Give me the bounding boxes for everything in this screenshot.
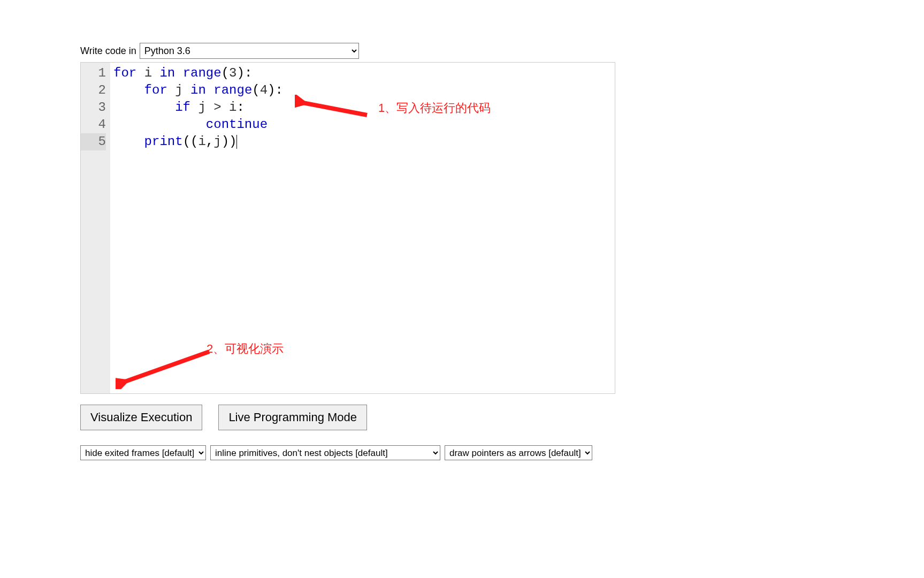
visualize-execution-button[interactable]: Visualize Execution (80, 405, 202, 430)
editor-gutter: 1 2 3 4 5 (81, 63, 110, 393)
language-select[interactable]: Python 3.6 (140, 43, 359, 59)
line-number: 5 (81, 133, 106, 150)
write-code-label: Write code in (80, 45, 136, 57)
text-cursor (236, 135, 237, 149)
line-number: 1 (81, 65, 106, 82)
code-editor[interactable]: for i in range(3): for j in range(4): if… (110, 63, 615, 393)
editor-panel: 1 2 3 4 5 for i in range(3): for j in ra… (80, 62, 615, 394)
line-number: 3 (81, 99, 106, 116)
frames-select[interactable]: hide exited frames [default] (80, 445, 206, 460)
line-number: 2 (81, 82, 106, 99)
line-number: 4 (81, 116, 106, 133)
pointers-select[interactable]: draw pointers as arrows [default] (445, 445, 592, 460)
live-programming-button[interactable]: Live Programming Mode (218, 405, 367, 430)
primitives-select[interactable]: inline primitives, don't nest objects [d… (210, 445, 440, 460)
